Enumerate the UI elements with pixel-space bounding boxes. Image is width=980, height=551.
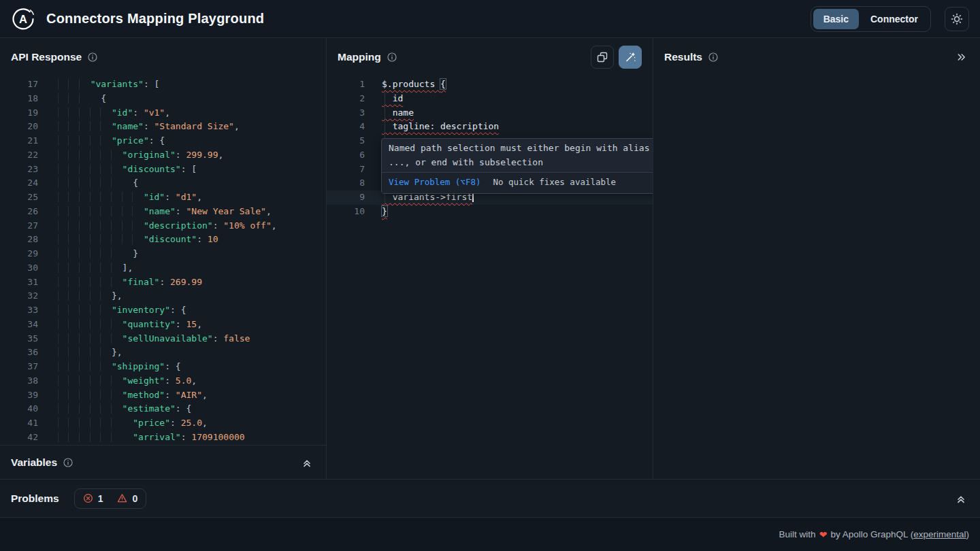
code-token: "shipping" (112, 361, 165, 371)
line-number: 20 (0, 120, 38, 134)
code-token: "id" (112, 107, 133, 118)
problems-collapse-button[interactable] (953, 490, 969, 507)
code-line[interactable]: 19 "id": "v1", (0, 106, 326, 120)
code-token: }, (112, 347, 122, 357)
code-token: , (202, 390, 208, 400)
code-line[interactable]: 23 "discounts": [ (0, 163, 326, 177)
line-content: $.products { (365, 78, 446, 92)
code-line[interactable]: 36 }, (0, 346, 326, 360)
code-token (48, 93, 101, 103)
code-token: "v1" (144, 107, 165, 118)
results-collapse-button[interactable] (953, 49, 969, 65)
code-line[interactable]: 29 } (0, 247, 326, 261)
code-line[interactable]: 42 "arrival": 1709100000 (0, 431, 326, 445)
code-token: "original" (122, 150, 176, 160)
code-line[interactable]: 3 name (327, 106, 653, 120)
variables-collapse-button[interactable] (299, 454, 315, 471)
code-token (48, 79, 91, 89)
code-token: "discounts" (122, 164, 181, 174)
code-token (48, 263, 122, 273)
line-content: { (38, 176, 138, 190)
code-line[interactable]: 33 "inventory": { (0, 303, 326, 318)
code-line[interactable]: 10} (327, 205, 653, 219)
code-line[interactable]: 22 "original": 299.99, (0, 148, 326, 163)
line-number: 18 (0, 92, 38, 106)
code-line[interactable]: 21 "price": { (0, 134, 326, 148)
footer-close-paren: ) (966, 529, 970, 539)
code-token: "d1" (176, 192, 197, 202)
line-content (365, 163, 382, 177)
code-line[interactable]: 27 "description": "10% off", (0, 219, 326, 233)
heart-icon: ❤ (819, 529, 828, 540)
code-token: "price" (112, 135, 149, 146)
code-line[interactable]: 39 "method": "AIR", (0, 388, 326, 403)
code-token: ], (122, 263, 133, 273)
line-content: "name": "Standard Size", (38, 120, 240, 134)
line-number: 3 (327, 106, 365, 120)
experimental-link[interactable]: experimental (913, 529, 966, 539)
view-problem-link[interactable]: View Problem (⌥F8) (389, 176, 480, 190)
line-content: "weight": 5.0, (38, 374, 197, 388)
line-number: 27 (0, 219, 38, 233)
code-token: "description" (144, 220, 213, 231)
code-token: : (176, 319, 186, 329)
copy-mapping-button[interactable] (591, 46, 614, 69)
code-line[interactable]: 2 id (327, 92, 653, 106)
code-line[interactable]: 37 "shipping": { (0, 360, 326, 374)
code-token: "id" (144, 192, 165, 202)
code-line[interactable]: 38 "weight": 5.0, (0, 374, 326, 388)
code-line[interactable]: 40 "estimate": { (0, 402, 326, 416)
line-number: 30 (0, 261, 38, 276)
code-line[interactable]: 32 }, (0, 289, 326, 303)
magic-wand-icon (624, 51, 636, 63)
mode-basic-button[interactable]: Basic (813, 9, 859, 29)
info-icon[interactable] (387, 52, 397, 62)
code-token: 269.99 (170, 277, 202, 287)
code-line[interactable]: 20 "name": "Standard Size", (0, 120, 326, 134)
code-line[interactable]: 24 { (0, 176, 326, 190)
line-content (365, 148, 382, 163)
line-number: 7 (327, 163, 365, 177)
results-panel: Results (653, 38, 980, 479)
theme-toggle-button[interactable] (945, 7, 969, 31)
chevron-double-up-icon (301, 457, 312, 468)
code-token: : [ (144, 79, 159, 89)
code-token (48, 333, 122, 344)
code-line[interactable]: 41 "price": 25.0, (0, 416, 326, 431)
line-content: "quantity": 15, (38, 318, 202, 332)
quick-fix-hint: No quick fixes available (493, 176, 616, 190)
code-token: : { (170, 305, 186, 315)
code-line[interactable]: 31 "final": 269.99 (0, 276, 326, 290)
code-line[interactable]: 18 { (0, 92, 326, 106)
code-token: "final" (122, 277, 160, 287)
code-line[interactable]: 26 "name": "New Year Sale", (0, 205, 326, 219)
mapping-editor[interactable]: 1$.products {2 id3 name4 tagline: descri… (327, 76, 653, 479)
code-token: , (218, 150, 223, 160)
api-response-editor[interactable]: 17 "variants": [18 {19 "id": "v1",20 "na… (0, 76, 326, 445)
code-token: tagline: description (382, 121, 499, 131)
code-token: 15 (186, 319, 197, 329)
code-line[interactable]: 30 ], (0, 261, 326, 276)
code-token: name (382, 107, 414, 118)
code-token: { (101, 93, 106, 103)
results-body (653, 76, 980, 479)
warning-icon (117, 493, 127, 503)
code-line[interactable]: 25 "id": "d1", (0, 190, 326, 205)
code-line[interactable]: 1$.products { (327, 78, 653, 92)
info-icon[interactable] (88, 52, 97, 62)
code-line[interactable]: 28 "discount": 10 (0, 233, 326, 247)
info-icon[interactable] (708, 52, 718, 62)
line-content: "arrival": 1709100000 (38, 431, 245, 445)
footer: Built with ❤ by Apollo GraphQL ( experim… (0, 517, 980, 551)
info-icon[interactable] (63, 458, 73, 467)
magic-fix-button[interactable] (619, 46, 642, 69)
code-token: { (133, 178, 138, 188)
code-line[interactable]: 17 "variants": [ (0, 78, 326, 92)
line-content: "estimate": { (38, 402, 191, 416)
code-token (48, 107, 112, 118)
code-line[interactable]: 4 tagline: description (327, 120, 653, 134)
code-line[interactable]: 34 "quantity": 15, (0, 318, 326, 332)
code-line[interactable]: 35 "sellUnavailable": false (0, 332, 326, 346)
problems-count-badge[interactable]: 1 0 (74, 488, 147, 509)
mode-connector-button[interactable]: Connector (860, 9, 928, 29)
